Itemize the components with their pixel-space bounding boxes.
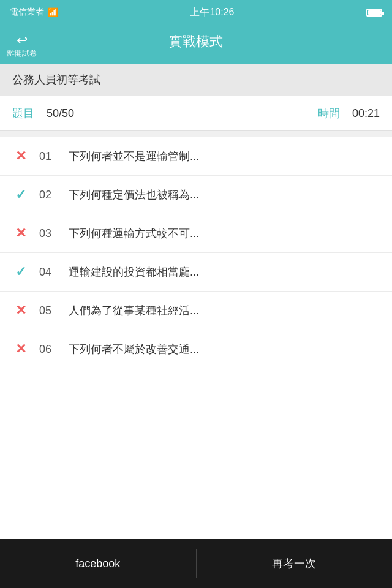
question-number-02: 02	[39, 189, 59, 202]
retry-button[interactable]: 再考一次	[197, 539, 393, 588]
question-text-01: 下列何者並不是運輸管制...	[69, 149, 380, 164]
status-bar-right	[366, 9, 382, 17]
question-list: ✕01下列何者並不是運輸管制...✓02下列何種定價法也被稱為...✕03下列何…	[0, 137, 392, 539]
back-button[interactable]: ↩ 離開試卷	[7, 34, 37, 59]
question-status-05: ✕	[12, 303, 29, 318]
question-status-04: ✓	[12, 264, 29, 280]
status-bar-time: 上午10:26	[190, 6, 234, 19]
question-text-03: 下列何種運輸方式較不可...	[69, 226, 380, 241]
back-icon: ↩	[17, 34, 28, 47]
question-number-06: 06	[39, 343, 59, 356]
question-item[interactable]: ✕05人們為了從事某種社經活...	[0, 292, 392, 330]
question-text-04: 運輸建設的投資都相當龐...	[69, 265, 380, 279]
status-bar: 電信業者 📶 上午10:26	[0, 0, 392, 24]
question-text-02: 下列何種定價法也被稱為...	[69, 187, 380, 202]
nav-bar: ↩ 離開試卷 實戰模式	[0, 24, 392, 64]
question-status-02: ✓	[12, 187, 29, 203]
question-status-06: ✕	[12, 341, 29, 357]
question-number-01: 01	[39, 150, 59, 163]
question-item[interactable]: ✓04運輸建設的投資都相當龐...	[0, 253, 392, 292]
battery-icon	[366, 9, 382, 17]
divider	[0, 131, 392, 137]
question-value: 50/50	[47, 107, 74, 120]
back-label: 離開試卷	[7, 48, 37, 59]
time-value: 00:21	[352, 107, 380, 120]
question-text-05: 人們為了從事某種社經活...	[69, 303, 380, 318]
question-item[interactable]: ✓02下列何種定價法也被稱為...	[0, 176, 392, 214]
question-status-03: ✕	[12, 225, 29, 241]
retry-label: 再考一次	[272, 556, 316, 571]
time-label: 時間	[318, 106, 340, 121]
question-number-05: 05	[39, 304, 59, 317]
status-bar-left: 電信業者 📶	[10, 7, 58, 18]
facebook-label: facebook	[75, 557, 120, 570]
carrier-label: 電信業者	[10, 7, 44, 18]
question-label: 題目	[12, 106, 34, 121]
question-status-01: ✕	[12, 148, 29, 164]
exam-title: 公務人員初等考試	[12, 74, 100, 86]
question-item[interactable]: ✕03下列何種運輸方式較不可...	[0, 214, 392, 253]
bottom-toolbar: facebook 再考一次	[0, 539, 392, 588]
question-text-06: 下列何者不屬於改善交通...	[69, 342, 380, 356]
subtitle-section: 公務人員初等考試	[0, 64, 392, 96]
wifi-icon: 📶	[48, 7, 58, 17]
facebook-button[interactable]: facebook	[0, 539, 196, 588]
stats-section: 題目 50/50 時間 00:21	[0, 96, 392, 131]
question-number-03: 03	[39, 227, 59, 240]
question-item[interactable]: ✕01下列何者並不是運輸管制...	[0, 137, 392, 176]
question-item[interactable]: ✕06下列何者不屬於改善交通...	[0, 330, 392, 368]
nav-title: 實戰模式	[169, 32, 223, 51]
question-number-04: 04	[39, 266, 59, 279]
